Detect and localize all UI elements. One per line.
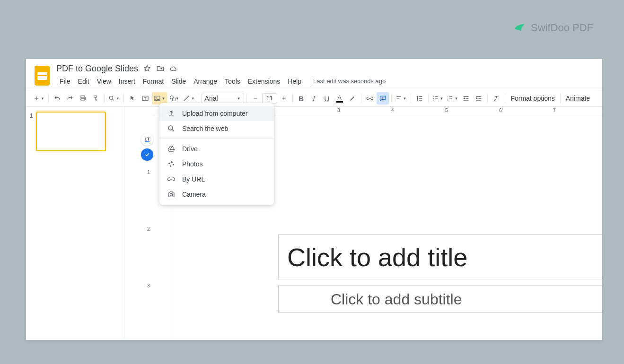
separator (391, 94, 392, 103)
redo-button[interactable] (64, 92, 76, 104)
select-tool[interactable] (126, 92, 139, 104)
dropdown-label: Search the web (182, 125, 228, 132)
star-icon[interactable] (143, 64, 151, 73)
indent-decrease-button[interactable] (460, 92, 472, 104)
separator (361, 94, 361, 103)
dropdown-search-web[interactable]: Search the web (159, 121, 274, 136)
dropdown-photos[interactable]: Photos (159, 156, 274, 172)
dropdown-label: Photos (182, 160, 203, 168)
zoom-button[interactable]: ▼ (107, 92, 121, 104)
dropdown-drive[interactable]: Drive (159, 141, 274, 156)
clear-formatting-button[interactable] (490, 92, 502, 104)
header-content: PDF to Google Slides File Edit View Inse… (56, 63, 595, 87)
watermark: SwifDoo PDF (513, 21, 593, 35)
text-color-button[interactable]: A (334, 92, 346, 104)
upload-icon (167, 109, 176, 118)
cloud-icon[interactable] (169, 64, 178, 73)
photos-icon (167, 160, 176, 168)
separator (505, 94, 505, 103)
check-badge[interactable] (141, 148, 153, 161)
thumbnail-item[interactable]: 1 (30, 112, 120, 151)
header: PDF to Google Slides File Edit View Inse… (26, 59, 602, 87)
menu-arrange[interactable]: Arrange (190, 76, 220, 87)
separator (104, 94, 105, 103)
link-icon (167, 175, 176, 183)
dropdown-label: Drive (182, 145, 198, 153)
svg-point-9 (433, 96, 434, 97)
last-edit[interactable]: Last edit was seconds ago (313, 76, 386, 87)
menu-insert[interactable]: Insert (115, 76, 139, 87)
lt-badge[interactable]: LT (141, 133, 153, 146)
menu-view[interactable]: View (94, 76, 114, 87)
line-spacing-button[interactable] (413, 92, 426, 104)
font-size-increase[interactable] (278, 92, 290, 104)
dropdown-label: By URL (182, 175, 205, 183)
svg-point-3 (109, 96, 113, 99)
subtitle-placeholder[interactable]: Click to add subtitle (278, 286, 602, 313)
font-select[interactable]: Arial▼ (202, 93, 244, 104)
svg-point-11 (433, 100, 434, 101)
separator (123, 94, 124, 103)
comment-button[interactable] (377, 92, 389, 104)
swifdoo-bird-icon (513, 21, 526, 35)
svg-text:3: 3 (448, 99, 449, 101)
menu-file[interactable]: File (56, 76, 74, 87)
doc-title[interactable]: PDF to Google Slides (56, 64, 138, 74)
svg-point-10 (433, 98, 434, 99)
print-button[interactable] (77, 92, 89, 104)
underline-button[interactable]: U (321, 92, 333, 104)
bold-button[interactable]: B (295, 92, 308, 104)
align-button[interactable]: ▼ (394, 92, 408, 104)
bullet-list-button[interactable]: ▼ (431, 92, 445, 104)
paint-format-button[interactable] (89, 92, 102, 104)
indent-increase-button[interactable] (473, 92, 485, 104)
move-icon[interactable] (156, 64, 165, 73)
separator (428, 94, 429, 103)
highlight-button[interactable] (346, 92, 359, 104)
app-window: PDF to Google Slides File Edit View Inse… (26, 59, 602, 340)
title-placeholder[interactable]: Click to add title (278, 234, 602, 279)
slides-logo[interactable] (34, 65, 51, 87)
menu-bar: File Edit View Insert Format Slide Arran… (56, 76, 595, 87)
format-options-button[interactable]: Format options (508, 95, 557, 102)
animate-button[interactable]: Animate (563, 95, 593, 102)
svg-point-15 (168, 126, 173, 130)
new-slide-button[interactable]: ▼ (32, 92, 46, 104)
dropdown-label: Upload from computer (182, 110, 248, 117)
menu-extensions[interactable]: Extensions (245, 76, 283, 87)
menu-tools[interactable]: Tools (221, 76, 244, 87)
camera-icon (167, 190, 176, 199)
separator (487, 94, 488, 103)
menu-help[interactable]: Help (284, 76, 305, 87)
numbered-list-button[interactable]: 123▼ (445, 92, 459, 104)
separator (292, 94, 293, 103)
thumbnail-number: 1 (30, 113, 33, 151)
search-icon (167, 124, 176, 133)
side-badges: LT (141, 133, 154, 161)
dropdown-camera[interactable]: Camera (159, 187, 274, 202)
textbox-tool[interactable] (139, 92, 151, 104)
workspace: 1 3 4 5 6 7 8 1 2 3 4 Click to add title… (26, 107, 602, 338)
watermark-text: SwifDoo PDF (531, 22, 593, 34)
dropdown-by-url[interactable]: By URL (159, 172, 274, 187)
drive-icon (167, 145, 176, 153)
thumbnail-preview[interactable] (36, 112, 106, 151)
link-button[interactable] (364, 92, 376, 104)
font-name: Arial (205, 95, 218, 102)
dropdown-label: Camera (182, 191, 206, 198)
dropdown-upload-from-computer[interactable]: Upload from computer (159, 106, 274, 121)
separator (199, 94, 199, 103)
menu-format[interactable]: Format (140, 76, 167, 87)
thumbnail-panel: 1 (26, 107, 124, 338)
menu-slide[interactable]: Slide (168, 76, 189, 87)
italic-button[interactable]: I (308, 92, 320, 104)
menu-edit[interactable]: Edit (75, 76, 93, 87)
font-size-input[interactable]: 11 (262, 93, 277, 104)
svg-point-6 (156, 97, 157, 98)
undo-button[interactable] (51, 92, 63, 104)
separator (246, 94, 247, 103)
svg-rect-2 (37, 75, 47, 76)
svg-point-16 (170, 193, 172, 196)
toolbar: ▼ ▼ ▼ ▼ ▼ Arial▼ 11 B I U A ▼ ▼ 123▼ (26, 90, 602, 107)
svg-point-7 (170, 96, 173, 99)
